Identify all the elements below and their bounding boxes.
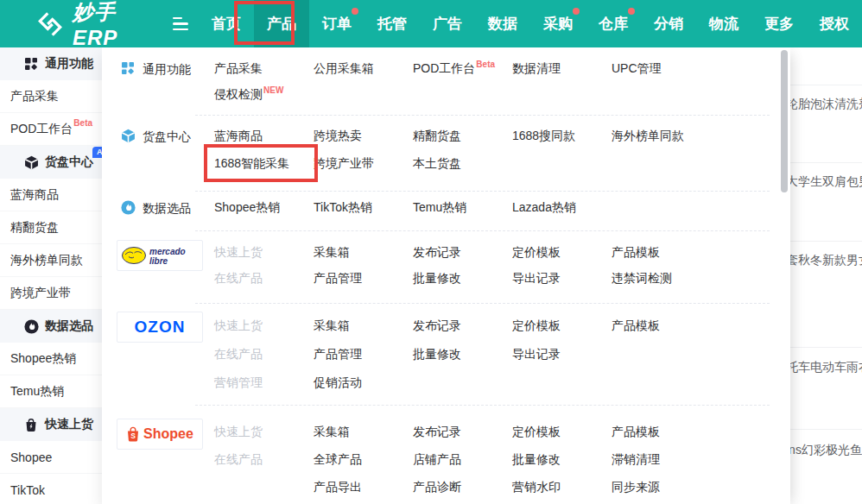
menu-link-1688智能采集[interactable]: 1688智能采集 (214, 156, 314, 172)
sidebar-item-精翻货盘[interactable]: 精翻货盘 (0, 211, 102, 244)
menu-link-同步来源[interactable]: 同步来源 (612, 480, 711, 495)
sidebar-item-Shopee热销[interactable]: Shopee热销 (0, 343, 102, 375)
app-title: 妙手ERP (73, 0, 131, 50)
menu-link-公用采集箱[interactable]: 公用采集箱 (314, 61, 413, 77)
ozon-logo-text: OZON (135, 318, 186, 337)
mercado-logo: mercado libre (117, 240, 203, 271)
nav-item-auth[interactable]: 授权 (807, 0, 862, 47)
menu-link-采集箱[interactable]: 采集箱 (314, 318, 413, 334)
menu-link-营销水印[interactable]: 营销水印 (512, 480, 612, 495)
menu-link-采集箱[interactable]: 采集箱 (314, 245, 413, 261)
menu-link-产品采集[interactable]: 产品采集 (214, 61, 314, 77)
menu-collapse-icon[interactable] (173, 17, 188, 31)
menu-links-grid: 蓝海商品跨境热卖精翻货盘1688搜同款海外榜单同款1688智能采集跨境产业带本土… (214, 123, 790, 178)
nav-item-purchase[interactable]: 采购 (530, 0, 586, 47)
menu-link-产品模板[interactable]: 产品模板 (612, 425, 711, 440)
menu-link-定价模板[interactable]: 定价模板 (512, 425, 612, 440)
menu-link-产品诊断[interactable]: 产品诊断 (413, 480, 512, 495)
nav-item-label: 仓库 (599, 16, 628, 32)
menu-link-店铺产品[interactable]: 店铺产品 (413, 452, 512, 468)
menu-link-跨境产业带[interactable]: 跨境产业带 (314, 156, 413, 172)
sidebar-label: 快速上货 (45, 417, 93, 432)
menu-link-导出记录[interactable]: 导出记录 (512, 347, 612, 362)
menu-link-违禁词检测[interactable]: 违禁词检测 (612, 271, 711, 287)
menu-link-全球产品[interactable]: 全球产品 (314, 452, 413, 468)
sidebar-label: Temu热销 (10, 384, 64, 400)
menu-link-发布记录[interactable]: 发布记录 (413, 245, 512, 261)
nav-item-logistics[interactable]: 物流 (696, 0, 751, 47)
menu-links-row: 快速上货采集箱发布记录定价模板产品模板 (214, 312, 790, 340)
menu-link-批量修改[interactable]: 批量修改 (512, 452, 612, 468)
sidebar-label: 货盘中心 (45, 154, 93, 170)
menu-link-Temu热销[interactable]: Temu热销 (413, 200, 512, 216)
nav-item-label: 数据 (488, 16, 517, 32)
nav-item-ads[interactable]: 广告 (420, 0, 475, 47)
menu-link-产品管理[interactable]: 产品管理 (314, 271, 413, 287)
nav-item-more[interactable]: 更多 (751, 0, 807, 47)
nav-item-home[interactable]: 首页 (199, 0, 254, 47)
sidebar-item-TikTok[interactable]: TikTok (0, 474, 102, 504)
svg-text:libre: libre (149, 256, 168, 266)
sidebar-item-Temu热销[interactable]: Temu热销 (0, 375, 102, 408)
menu-link-发布记录[interactable]: 发布记录 (413, 318, 512, 334)
menu-link-本土货盘[interactable]: 本土货盘 (413, 156, 512, 172)
cube-icon (24, 155, 39, 170)
sidebar-item-POD工作台[interactable]: POD工作台Beta (0, 113, 102, 146)
menu-category-label: 数据选品 (121, 194, 214, 222)
menu-link-产品导出[interactable]: 产品导出 (314, 480, 413, 495)
menu-section-通用功能: 通用功能产品采集公用采集箱POD工作台Beta数据清理UPC管理侵权检测NEW (121, 53, 790, 115)
menu-link-POD工作台[interactable]: POD工作台Beta (413, 61, 512, 77)
sidebar-item-产品采集[interactable]: 产品采集 (0, 80, 102, 113)
menu-link-发布记录[interactable]: 发布记录 (413, 425, 512, 440)
nav-item-warehouse[interactable]: 仓库 (586, 0, 641, 47)
menu-link-Lazada热销[interactable]: Lazada热销 (512, 200, 612, 216)
menu-link-精翻货盘[interactable]: 精翻货盘 (413, 129, 512, 144)
app-logo[interactable]: 妙手ERP (35, 0, 131, 50)
menu-link-定价模板[interactable]: 定价模板 (512, 318, 612, 334)
menu-link-TikTok热销[interactable]: TikTok热销 (314, 200, 413, 216)
svg-text:mercado: mercado (149, 247, 186, 256)
menu-link-促销活动[interactable]: 促销活动 (314, 375, 413, 391)
menu-scrollbar-thumb[interactable] (781, 50, 788, 192)
menu-link-1688搜同款[interactable]: 1688搜同款 (512, 129, 612, 144)
menu-link-侵权检测[interactable]: 侵权检测NEW (214, 87, 314, 103)
nav-item-data[interactable]: 数据 (475, 0, 530, 47)
menu-category-text: 通用功能 (143, 61, 191, 77)
nav-item-label: 物流 (709, 16, 738, 32)
sidebar-group-通用功能[interactable]: 通用功能 (0, 47, 102, 80)
grid-icon (121, 61, 136, 76)
nav-item-orders[interactable]: 订单 (309, 0, 364, 47)
sidebar-group-数据选品[interactable]: 数据选品 (0, 310, 102, 343)
menu-link-跨境热卖[interactable]: 跨境热卖 (314, 129, 413, 144)
sidebar-item-海外榜单同款[interactable]: 海外榜单同款 (0, 244, 102, 277)
menu-link-数据清理[interactable]: 数据清理 (512, 61, 612, 77)
nav-item-distribution[interactable]: 分销 (641, 0, 696, 47)
menu-link-批量修改[interactable]: 批量修改 (413, 271, 512, 287)
menu-link-快速上货: 快速上货 (214, 245, 314, 261)
sidebar-item-Shopee[interactable]: Shopee (0, 441, 102, 474)
sidebar-group-货盘中心[interactable]: 货盘中心AI (0, 146, 102, 179)
sidebar: 通用功能产品采集POD工作台Beta货盘中心AI蓝海商品精翻货盘海外榜单同款跨境… (0, 47, 102, 504)
nav-item-product[interactable]: 产品 (254, 0, 309, 47)
sidebar-group-快速上货[interactable]: 快速上货 (0, 408, 102, 441)
menu-link-产品模板[interactable]: 产品模板 (612, 245, 711, 261)
sidebar-item-跨境产业带[interactable]: 跨境产业带 (0, 277, 102, 310)
nav-item-hosting[interactable]: 托管 (364, 0, 420, 47)
menu-link-产品管理[interactable]: 产品管理 (314, 347, 413, 362)
menu-link-蓝海商品[interactable]: 蓝海商品 (214, 129, 314, 144)
menu-link-导出记录[interactable]: 导出记录 (512, 271, 612, 287)
sidebar-item-蓝海商品[interactable]: 蓝海商品 (0, 179, 102, 211)
menu-links-grid: 产品采集公用采集箱POD工作台Beta数据清理UPC管理侵权检测NEW (214, 56, 790, 108)
nav-item-label: 产品 (267, 16, 296, 32)
flame-icon (121, 200, 136, 215)
menu-link-UPC管理[interactable]: UPC管理 (612, 61, 711, 77)
menu-link-采集箱[interactable]: 采集箱 (314, 425, 413, 440)
menu-link-定价模板[interactable]: 定价模板 (512, 245, 612, 261)
menu-platform-logo: mercado libre (121, 240, 214, 292)
menu-link-产品模板[interactable]: 产品模板 (612, 318, 711, 334)
menu-link-批量修改[interactable]: 批量修改 (413, 347, 512, 362)
menu-link-滞销清理[interactable]: 滞销清理 (612, 452, 711, 468)
background-product-title: 托车电动车雨衣 (790, 360, 862, 375)
menu-link-海外榜单同款[interactable]: 海外榜单同款 (612, 129, 711, 144)
menu-link-Shopee热销[interactable]: Shopee热销 (214, 200, 314, 216)
